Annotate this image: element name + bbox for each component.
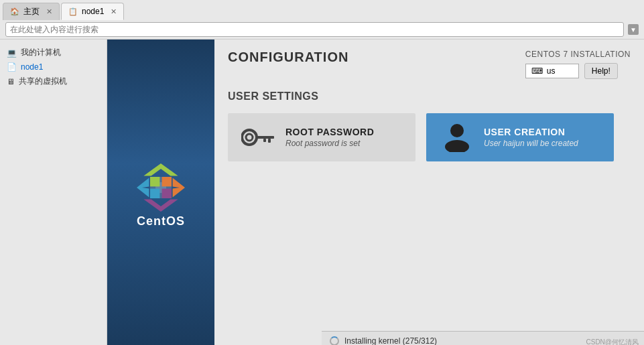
user-icon-wrap [440,123,474,152]
svg-point-15 [450,124,464,137]
centos-left-panel: CentOS [107,40,214,345]
tab-home-close[interactable]: ✕ [46,7,52,16]
keyboard-icon: ⌨ [531,66,543,76]
svg-rect-14 [263,139,266,142]
install-title: CENTOS 7 INSTALLATION [525,50,631,59]
address-bar: ▼ [0,20,644,39]
browser-chrome: 🏠 主页 ✕ 📋 node1 ✕ ▼ [0,0,644,40]
svg-point-16 [445,140,469,152]
user-creation-card[interactable]: USER CREATION User haijun will be create… [426,113,614,161]
centos-layout: CentOS CONFIGURATION CENTOS 7 INSTALLATI… [107,40,644,345]
sidebar-item-node1[interactable]: 📄 node1 [0,60,107,74]
sidebar: 💻 我的计算机 📄 node1 🖥 共享的虚拟机 [0,40,107,345]
user-creation-title: USER CREATION [484,127,578,137]
tab-node1-close[interactable]: ✕ [111,7,117,16]
svg-marker-3 [137,178,149,198]
content-area: CentOS CONFIGURATION CENTOS 7 INSTALLATI… [107,40,644,345]
shared-icon: 🖥 [7,77,15,86]
svg-rect-9 [162,189,172,198]
svg-rect-13 [268,139,271,143]
centos-logo-text: CentOS [137,214,185,228]
tab-bar: 🏠 主页 ✕ 📋 node1 ✕ [0,0,644,20]
sidebar-item-my-computer[interactable]: 💻 我的计算机 [0,45,107,60]
configuration-title: CONFIGURATION [228,50,348,65]
node1-icon: 📄 [7,62,17,72]
root-password-text: ROOT PASSWORD Root password is set [285,127,374,148]
watermark: CSDN@何忆清风 [586,338,639,345]
root-password-title: ROOT PASSWORD [285,127,374,137]
svg-rect-8 [150,189,159,198]
computer-icon: 💻 [7,48,17,58]
svg-point-11 [246,134,253,141]
svg-point-10 [242,130,257,145]
root-password-subtitle: Root password is set [285,139,374,148]
progress-spinner [330,336,339,346]
sidebar-section: 💻 我的计算机 📄 node1 🖥 共享的虚拟机 [0,42,107,92]
svg-rect-12 [255,136,274,139]
user-settings-title: USER SETTINGS [228,90,631,102]
svg-marker-2 [143,200,178,212]
search-button[interactable]: ▼ [628,24,639,35]
keyboard-input[interactable]: ⌨ us [525,64,579,78]
home-icon: 🏠 [10,7,19,16]
sidebar-shared-label: 共享的虚拟机 [19,76,67,87]
svg-rect-6 [150,177,159,186]
svg-marker-0 [143,163,178,176]
sidebar-my-computer-label: 我的计算机 [21,47,61,58]
tab-home[interactable]: 🏠 主页 ✕ [3,3,60,20]
progress-text: Installing kernel (275/312) [344,336,437,346]
centos-top-right: CENTOS 7 INSTALLATION ⌨ us Help! [525,50,631,79]
user-icon [444,123,470,152]
key-icon-wrap [241,127,276,148]
tab-node1[interactable]: 📋 node1 ✕ [61,3,124,20]
settings-cards: ROOT PASSWORD Root password is set [228,113,631,161]
sidebar-item-shared-vms[interactable]: 🖥 共享的虚拟机 [0,74,107,89]
tab-home-label: 主页 [23,6,40,17]
keyboard-row: ⌨ us Help! [525,63,631,79]
svg-rect-7 [162,177,172,186]
node1-tab-icon: 📋 [68,7,78,16]
keyboard-value: us [547,66,556,76]
centos-right-panel: CONFIGURATION CENTOS 7 INSTALLATION ⌨ us… [214,40,644,345]
search-input[interactable] [5,22,624,37]
user-creation-text: USER CREATION User haijun will be create… [484,127,578,148]
tab-node1-label: node1 [82,7,104,16]
help-button[interactable]: Help! [584,63,618,79]
user-creation-subtitle: User haijun will be created [484,139,578,148]
key-icon [241,127,276,148]
root-password-card[interactable]: ROOT PASSWORD Root password is set [228,113,415,161]
sidebar-node1-label: node1 [21,62,43,72]
main-container: 💻 我的计算机 📄 node1 🖥 共享的虚拟机 [0,40,644,345]
centos-logo-icon [134,161,188,214]
svg-marker-1 [173,178,185,198]
